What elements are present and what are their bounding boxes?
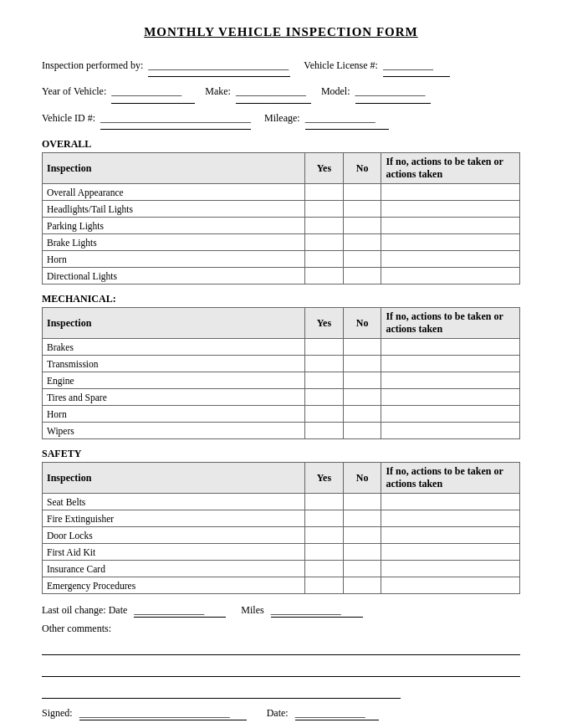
no-cell[interactable] xyxy=(343,372,381,389)
safety-col-yes: Yes xyxy=(305,463,344,494)
miles-label: Miles xyxy=(241,604,263,617)
no-cell[interactable] xyxy=(343,356,381,372)
item-cell: Parking Lights xyxy=(43,218,305,234)
yes-cell[interactable] xyxy=(305,218,344,234)
oil-change-date-field[interactable]: ______________ xyxy=(134,604,226,618)
no-cell[interactable] xyxy=(343,510,381,527)
make-field[interactable]: ______________ xyxy=(236,80,311,103)
item-cell: Overall Appearance xyxy=(43,184,305,201)
no-cell[interactable] xyxy=(343,423,381,439)
comments-label: Other comments: xyxy=(42,623,111,635)
no-cell[interactable] xyxy=(343,339,381,356)
yes-cell[interactable] xyxy=(305,510,344,527)
no-cell[interactable] xyxy=(343,577,381,594)
item-cell: Transmission xyxy=(43,356,305,372)
item-cell: Wipers xyxy=(43,423,305,439)
action-cell[interactable] xyxy=(381,561,520,577)
action-cell[interactable] xyxy=(381,494,520,510)
safety-col-action: If no, actions to be taken or actions ta… xyxy=(381,463,520,494)
action-cell[interactable] xyxy=(381,234,520,251)
action-cell[interactable] xyxy=(381,184,520,201)
yes-cell[interactable] xyxy=(305,544,344,561)
action-cell[interactable] xyxy=(381,372,520,389)
table-row: Tires and Spare xyxy=(43,389,520,406)
action-cell[interactable] xyxy=(381,201,520,218)
action-cell[interactable] xyxy=(381,406,520,423)
overall-col-yes: Yes xyxy=(305,153,344,184)
yes-cell[interactable] xyxy=(305,184,344,201)
no-cell[interactable] xyxy=(343,561,381,577)
yes-cell[interactable] xyxy=(305,201,344,218)
date-field[interactable]: ______________ xyxy=(295,707,379,720)
table-row: Brakes xyxy=(43,339,520,356)
year-field[interactable]: ______________ xyxy=(111,80,195,103)
no-cell[interactable] xyxy=(343,251,381,268)
action-cell[interactable] xyxy=(381,544,520,561)
no-cell[interactable] xyxy=(343,184,381,201)
no-cell[interactable] xyxy=(343,389,381,406)
yes-cell[interactable] xyxy=(305,339,344,356)
comments-label-line: Other comments: xyxy=(42,623,520,635)
item-cell: Brakes xyxy=(43,339,305,356)
yes-cell[interactable] xyxy=(305,356,344,372)
yes-cell[interactable] xyxy=(305,494,344,510)
yes-cell[interactable] xyxy=(305,527,344,544)
item-cell: Horn xyxy=(43,251,305,268)
table-row: Engine xyxy=(43,372,520,389)
yes-cell[interactable] xyxy=(305,577,344,594)
yes-cell[interactable] xyxy=(305,423,344,439)
no-cell[interactable] xyxy=(343,234,381,251)
comment-line-2[interactable] xyxy=(42,662,520,677)
signed-line: Signed: ______________________________ D… xyxy=(42,707,520,720)
vehicle-id-field[interactable]: ______________________________ xyxy=(100,107,251,130)
no-cell[interactable] xyxy=(343,544,381,561)
no-cell[interactable] xyxy=(343,268,381,285)
yes-cell[interactable] xyxy=(305,251,344,268)
yes-cell[interactable] xyxy=(305,268,344,285)
no-cell[interactable] xyxy=(343,527,381,544)
inspection-by-label: Inspection performed by: xyxy=(42,54,143,76)
action-cell[interactable] xyxy=(381,527,520,544)
no-cell[interactable] xyxy=(343,406,381,423)
signed-field[interactable]: ______________________________ xyxy=(79,707,247,720)
yes-cell[interactable] xyxy=(305,234,344,251)
comment-line-3[interactable] xyxy=(42,684,401,699)
model-field[interactable]: ______________ xyxy=(355,80,431,103)
miles-field[interactable]: ______________ xyxy=(271,604,363,618)
yes-cell[interactable] xyxy=(305,561,344,577)
no-cell[interactable] xyxy=(343,218,381,234)
comment-line-1[interactable] xyxy=(42,640,520,655)
item-cell: Tires and Spare xyxy=(43,389,305,406)
overall-table: Inspection Yes No If no, actions to be t… xyxy=(42,152,520,285)
mileage-field[interactable]: ______________ xyxy=(305,107,389,130)
inspection-by-field[interactable]: ____________________________ xyxy=(148,54,290,77)
action-cell[interactable] xyxy=(381,251,520,268)
yes-cell[interactable] xyxy=(305,406,344,423)
action-cell[interactable] xyxy=(381,577,520,594)
action-cell[interactable] xyxy=(381,423,520,439)
item-cell: Emergency Procedures xyxy=(43,577,305,594)
action-cell[interactable] xyxy=(381,268,520,285)
no-cell[interactable] xyxy=(343,201,381,218)
item-cell: Brake Lights xyxy=(43,234,305,251)
mechanical-col-no: No xyxy=(343,308,381,339)
mechanical-col-inspection: Inspection xyxy=(43,308,305,339)
header-line-3: Vehicle ID #: __________________________… xyxy=(42,107,520,130)
safety-header-row: Inspection Yes No If no, actions to be t… xyxy=(43,463,520,494)
action-cell[interactable] xyxy=(381,389,520,406)
no-cell[interactable] xyxy=(343,494,381,510)
action-cell[interactable] xyxy=(381,356,520,372)
item-cell: Seat Belts xyxy=(43,494,305,510)
yes-cell[interactable] xyxy=(305,389,344,406)
license-field[interactable]: __________ xyxy=(383,54,450,77)
yes-cell[interactable] xyxy=(305,372,344,389)
header-section: Inspection performed by: _______________… xyxy=(42,54,520,130)
table-row: Emergency Procedures xyxy=(43,577,520,594)
action-cell[interactable] xyxy=(381,339,520,356)
action-cell[interactable] xyxy=(381,218,520,234)
item-cell: Headlights/Tail Lights xyxy=(43,201,305,218)
safety-table: Inspection Yes No If no, actions to be t… xyxy=(42,462,520,594)
table-row: Brake Lights xyxy=(43,234,520,251)
action-cell[interactable] xyxy=(381,510,520,527)
footer-section: Last oil change: Date ______________ Mil… xyxy=(42,604,520,720)
